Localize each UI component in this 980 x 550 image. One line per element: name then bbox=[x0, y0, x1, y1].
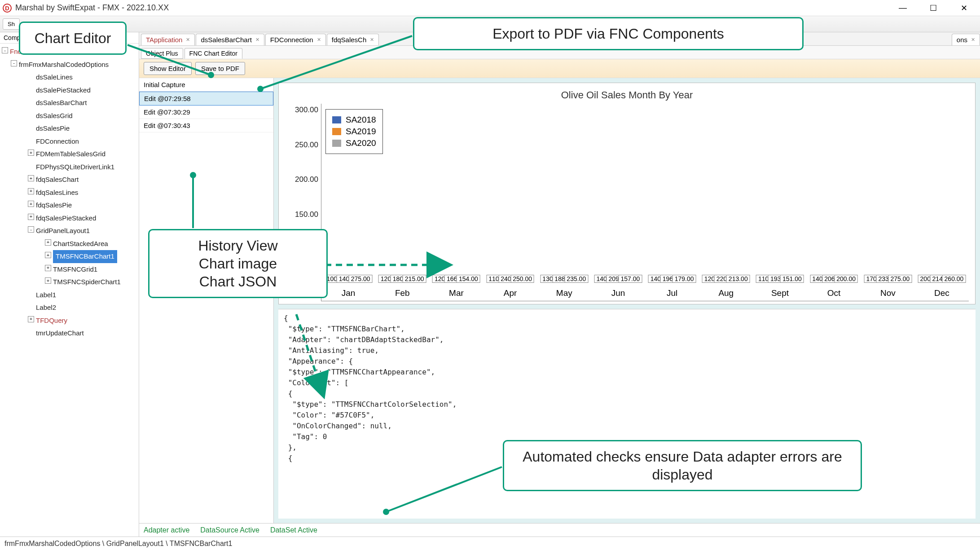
app-icon: D bbox=[3, 4, 12, 13]
history-panel[interactable]: Initial CaptureEdit @07:29:58Edit @07:30… bbox=[139, 78, 274, 523]
history-item[interactable]: Edit @07:30:43 bbox=[139, 119, 273, 132]
tree-node[interactable]: dsSalesPie bbox=[0, 122, 139, 135]
history-item[interactable]: Initial Capture bbox=[139, 78, 273, 92]
component-sidebar: Comp -FncChartFMXMarshalCoded-frmFmxMars… bbox=[0, 32, 139, 537]
status-item: Adapter active bbox=[144, 526, 189, 534]
chart-box: Olive Oil Sales Month By Year 300.00250.… bbox=[278, 83, 976, 304]
chart-title: Olive Oil Sales Month By Year bbox=[285, 89, 969, 101]
tab[interactable]: fdqSalesCh✕ bbox=[327, 34, 379, 45]
plot-area: 100.00140.00275.00120.00180.00215.00120.… bbox=[321, 104, 969, 301]
maximize-button[interactable]: ☐ bbox=[924, 0, 942, 16]
minimize-button[interactable]: — bbox=[894, 0, 912, 16]
chart-plot: 300.00250.00200.00150.00100.0050.00 100.… bbox=[285, 104, 969, 301]
tab[interactable]: FDConnection✕ bbox=[265, 34, 326, 45]
sub-tab[interactable]: FNC Chart Editor bbox=[185, 48, 242, 59]
tree-node[interactable]: +FDMemTableSalesGrid bbox=[0, 148, 139, 161]
tree-node[interactable]: tmrUpdateChart bbox=[0, 327, 139, 340]
status-item: DataSet Active bbox=[270, 526, 317, 534]
action-bar: Show Editor Save to PDF bbox=[139, 59, 980, 78]
window-controls: — ☐ ✕ bbox=[894, 0, 977, 16]
sub-tab[interactable]: Object Plus bbox=[141, 48, 183, 59]
status-item: DataSource Active bbox=[200, 526, 259, 534]
tree-node[interactable]: FDPhysSQLiteDriverLink1 bbox=[0, 161, 139, 174]
history-item[interactable]: Edit @07:29:58 bbox=[139, 92, 273, 106]
tree-node[interactable]: Label1 bbox=[0, 289, 139, 302]
tab[interactable]: dsSalesBarChart✕ bbox=[196, 34, 264, 45]
component-tree[interactable]: -FncChartFMXMarshalCoded-frmFmxMarshalCo… bbox=[0, 44, 139, 342]
close-button[interactable]: ✕ bbox=[955, 0, 973, 16]
tab-right[interactable]: ons✕ bbox=[952, 34, 980, 45]
tree-node[interactable]: dsSalePieStacked bbox=[0, 84, 139, 97]
chart-legend: SA2018SA2019SA2020 bbox=[325, 109, 383, 154]
close-icon[interactable]: ✕ bbox=[255, 37, 259, 43]
tree-node[interactable]: +TMSFNCSpiderChart1 bbox=[0, 276, 139, 289]
tree-node[interactable]: +fdqSalesPieStacked bbox=[0, 212, 139, 225]
tree-node[interactable]: dsSaleLines bbox=[0, 71, 139, 84]
callout-export-pdf: Export to PDF via FNC Components bbox=[413, 17, 804, 50]
close-icon[interactable]: ✕ bbox=[971, 37, 975, 43]
tree-node[interactable]: +TFDQuery bbox=[0, 314, 139, 327]
callout-chart-editor: Chart Editor bbox=[19, 22, 127, 55]
svg-text:D: D bbox=[5, 5, 9, 12]
tree-node[interactable]: FDConnection bbox=[0, 135, 139, 148]
show-editor-button[interactable]: Show Editor bbox=[144, 62, 192, 75]
close-icon[interactable]: ✕ bbox=[317, 37, 321, 43]
tree-node[interactable]: +fdqSalesLines bbox=[0, 186, 139, 199]
save-to-pdf-button[interactable]: Save to PDF bbox=[195, 62, 245, 75]
tree-node[interactable]: +TMSFNCGrid1 bbox=[0, 263, 139, 276]
close-icon[interactable]: ✕ bbox=[186, 37, 190, 43]
close-icon[interactable]: ✕ bbox=[370, 37, 374, 43]
tree-node[interactable]: +fdqSalesPie bbox=[0, 199, 139, 212]
titlebar: D Marshal by SwiftExpat - FMX - 2022.10.… bbox=[0, 0, 980, 16]
callout-history: History View Chart image Chart JSON bbox=[148, 229, 328, 298]
tree-node[interactable]: -GridPanelLayout1 bbox=[0, 224, 139, 238]
tree-node[interactable]: +fdqSalesChart bbox=[0, 173, 139, 186]
show-toolbar-button[interactable]: Sh bbox=[3, 18, 20, 30]
tree-node[interactable]: +TMSFNCBarChart1 bbox=[0, 250, 139, 263]
tree-node[interactable]: Label2 bbox=[0, 301, 139, 314]
status-bar: Adapter activeDataSource ActiveDataSet A… bbox=[139, 523, 980, 537]
tree-node[interactable]: dsSalesGrid bbox=[0, 110, 139, 123]
callout-auto-checks: Automated checks ensure Data adapter err… bbox=[503, 440, 862, 491]
tree-node[interactable]: +ChartStackedArea bbox=[0, 238, 139, 251]
tab[interactable]: TApplication✕ bbox=[141, 34, 195, 45]
window-title: Marshal by SwiftExpat - FMX - 2022.10.XX bbox=[15, 3, 894, 13]
breadcrumb: frmFmxMarshalCodedOptions \ GridPanelLay… bbox=[0, 537, 980, 550]
history-item[interactable]: Edit @07:30:29 bbox=[139, 106, 273, 119]
tree-node[interactable]: dsSalesBarChart bbox=[0, 97, 139, 110]
tree-node[interactable]: -frmFmxMarshalCodedOptions bbox=[0, 58, 139, 71]
